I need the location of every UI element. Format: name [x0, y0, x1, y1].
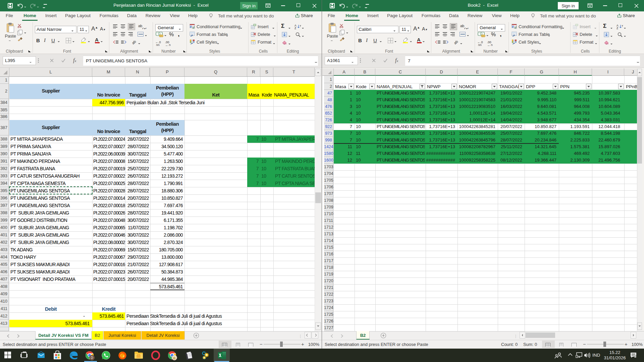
svg-text:Z: Z	[616, 26, 618, 29]
svg-text:Z: Z	[294, 26, 296, 29]
